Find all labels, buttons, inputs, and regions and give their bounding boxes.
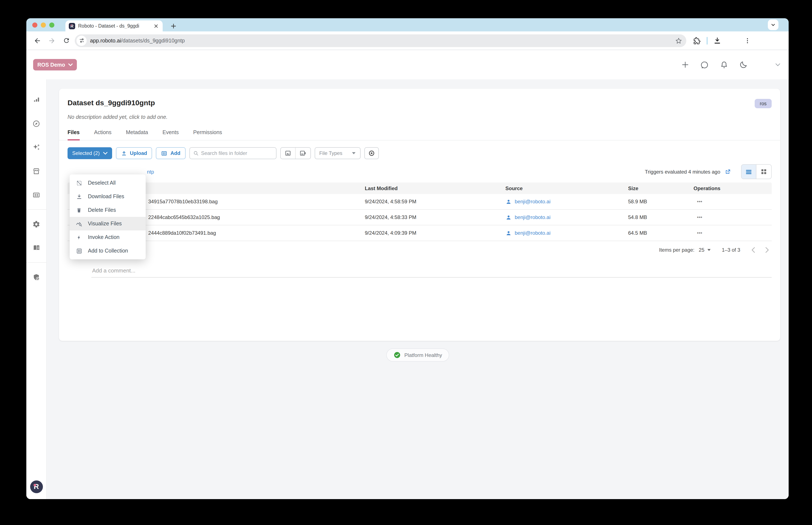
media-filter-group	[280, 147, 311, 159]
tab-events[interactable]: Events	[162, 130, 179, 140]
close-window-button[interactable]	[32, 22, 38, 28]
menu-item-visualize-files[interactable]: Visualize Files	[70, 217, 146, 230]
row-operations-menu[interactable]: •••	[694, 199, 772, 205]
menu-item-download-files[interactable]: Download Files	[70, 190, 146, 203]
dataset-tag-ros[interactable]: ros	[755, 99, 772, 108]
table-row[interactable]: 34915a77078b10eb33198.bag 9/24/2024, 4:5…	[68, 194, 772, 210]
tab-search-chevron-icon[interactable]	[768, 19, 779, 30]
list-view-button[interactable]	[741, 165, 756, 179]
forward-icon[interactable]	[46, 34, 58, 46]
comment-input[interactable]	[91, 265, 772, 278]
sidebar-item-explore[interactable]	[26, 111, 46, 135]
user-avatar[interactable]	[758, 58, 771, 71]
image-icon	[284, 150, 291, 156]
upload-button[interactable]: Upload	[116, 147, 152, 159]
row-operations-menu[interactable]: •••	[694, 230, 772, 236]
tab-actions[interactable]: Actions	[94, 130, 112, 140]
browser-tab[interactable]: R Roboto - Dataset - ds_9ggdi	[65, 20, 163, 31]
screen: R Roboto - Dataset - ds_9ggdi	[0, 0, 812, 525]
file-source-link[interactable]: benji@roboto.ai	[515, 214, 550, 220]
external-link-icon[interactable]	[724, 168, 731, 175]
breadcrumb[interactable]: ntp	[147, 169, 154, 175]
menu-item-label: Visualize Files	[88, 221, 122, 227]
menu-item-add-to-collection[interactable]: Add to Collection	[70, 244, 146, 258]
tab-metadata[interactable]: Metadata	[126, 130, 148, 140]
bookmark-star-icon[interactable]	[675, 37, 682, 44]
tab-files[interactable]: Files	[68, 130, 79, 140]
tab-close-icon[interactable]	[152, 22, 159, 29]
back-icon[interactable]	[31, 34, 43, 46]
upload-label: Upload	[130, 150, 147, 156]
sidebar-divider	[26, 209, 46, 210]
video-files-button[interactable]	[295, 148, 310, 159]
selected-actions-button[interactable]: Selected (2)	[68, 147, 112, 159]
compass-icon	[32, 119, 40, 127]
platform-health-label: Platform Healthy	[404, 352, 442, 358]
chat-bubble-icon[interactable]	[700, 60, 709, 69]
minimize-window-button[interactable]	[41, 22, 46, 28]
new-tab-button[interactable]	[169, 21, 178, 30]
storefront-icon	[32, 167, 40, 175]
file-types-label: File Types	[319, 150, 342, 156]
tab-permissions[interactable]: Permissions	[193, 130, 222, 140]
table-row[interactable]: 22484cabc6545b632a1025.bag 9/24/2024, 4:…	[68, 210, 772, 225]
sidebar-item-admin[interactable]	[26, 265, 46, 289]
dark-mode-moon-icon[interactable]	[739, 61, 748, 69]
menu-item-label: Delete Files	[88, 207, 116, 213]
tab-title: Roboto - Dataset - ds_9ggdi	[78, 23, 149, 28]
sidebar-item-actions-marketplace[interactable]	[26, 159, 46, 183]
pagination: Items per page: 25 1–3 of 3	[59, 241, 780, 253]
next-page-icon[interactable]	[765, 247, 769, 253]
upload-icon	[121, 150, 127, 156]
add-grid-icon	[161, 150, 167, 156]
file-size: 54.8 MB	[628, 214, 694, 220]
add-button[interactable]: Add	[156, 147, 186, 159]
sidebar-item-docs[interactable]	[26, 236, 46, 260]
org-switcher-button[interactable]: ROS Demo	[33, 59, 77, 71]
zoom-window-button[interactable]	[49, 22, 54, 28]
menu-item-delete-files[interactable]: Delete Files	[70, 203, 146, 217]
caret-down-icon	[707, 249, 711, 251]
address-bar[interactable]: app.roboto.ai/datasets/ds_9ggdi910gntp	[75, 34, 686, 47]
roboto-logo[interactable]: R	[30, 480, 43, 493]
page-range: 1–3 of 3	[722, 247, 740, 253]
account-chevron-icon[interactable]	[776, 63, 780, 66]
trash-icon	[76, 207, 83, 213]
visibility-icon	[368, 150, 375, 156]
search-files-input[interactable]	[201, 150, 272, 156]
file-modified: 9/24/2024, 4:58:33 PM	[365, 214, 505, 220]
menu-item-label: Add to Collection	[88, 248, 128, 254]
sidebar-item-collections[interactable]	[26, 183, 46, 207]
visibility-toggle-button[interactable]	[364, 147, 379, 159]
menu-item-invoke-action[interactable]: Invoke Action	[70, 230, 146, 244]
create-new-icon[interactable]	[681, 61, 689, 69]
file-source-link[interactable]: benji@roboto.ai	[515, 230, 550, 236]
file-source-link[interactable]: benji@roboto.ai	[515, 199, 550, 205]
grid-view-button[interactable]	[756, 165, 771, 179]
sidebar-item-ai[interactable]	[26, 135, 46, 159]
extensions-icon[interactable]	[693, 37, 701, 44]
browser-window: R Roboto - Dataset - ds_9ggdi	[26, 18, 789, 499]
previous-page-icon[interactable]	[751, 247, 755, 253]
items-per-page-select[interactable]: 25	[699, 247, 711, 253]
sidebar-item-datasets[interactable]	[26, 88, 46, 111]
table-row[interactable]: 2444c889da10f02b73491.bag 9/24/2024, 4:0…	[68, 225, 772, 241]
dataset-description[interactable]: No description added yet, click to add o…	[59, 108, 780, 120]
notifications-bell-icon[interactable]	[720, 60, 728, 69]
reload-icon[interactable]	[60, 34, 72, 46]
sidebar-item-settings[interactable]	[26, 212, 46, 236]
row-operations-menu[interactable]: •••	[694, 214, 772, 220]
menu-item-deselect-all[interactable]: Deselect All	[70, 176, 146, 190]
browser-menu-icon[interactable]	[744, 37, 751, 44]
url-domain: app.roboto.ai	[90, 38, 121, 44]
downloads-icon[interactable]	[713, 37, 721, 44]
file-types-dropdown[interactable]: File Types	[314, 147, 360, 159]
comment-avatar	[71, 264, 85, 279]
browser-profile-avatar[interactable]	[727, 35, 738, 46]
image-files-button[interactable]	[281, 148, 295, 159]
files-meta-row: ntp Triggers evaluated 4 minutes ago	[59, 159, 780, 182]
roboto-favicon-icon: R	[69, 23, 75, 29]
platform-health-badge: Platform Healthy	[386, 348, 449, 362]
video-icon	[299, 150, 306, 156]
site-settings-icon[interactable]	[76, 35, 87, 46]
